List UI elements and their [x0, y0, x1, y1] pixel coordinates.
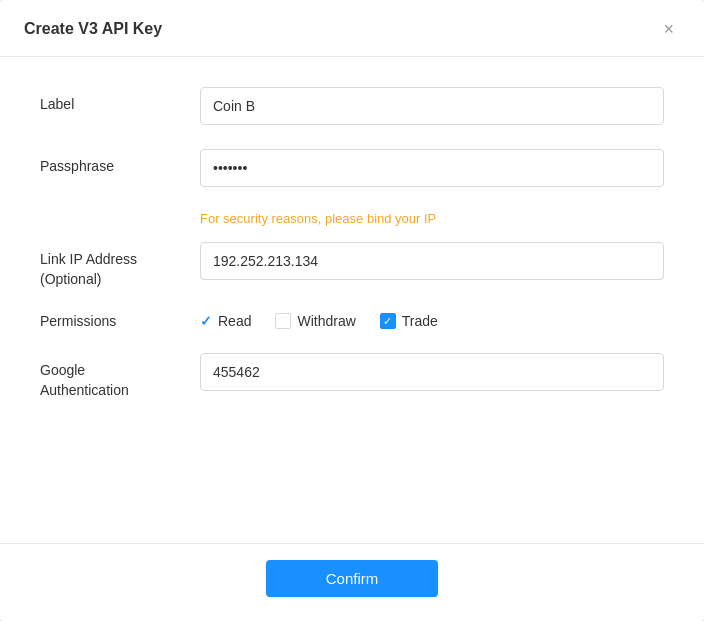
trade-checkbox-icon: ✓ [380, 313, 396, 329]
close-button[interactable]: × [657, 18, 680, 40]
google-auth-row: Google Authentication [40, 353, 664, 400]
passphrase-row: Passphrase [40, 149, 664, 187]
dialog-header: Create V3 API Key × [0, 0, 704, 57]
passphrase-input[interactable] [200, 149, 664, 187]
permission-withdraw[interactable]: Withdraw [275, 313, 355, 329]
permission-read[interactable]: ✓ Read [200, 313, 251, 329]
dialog-title: Create V3 API Key [24, 20, 162, 38]
ip-address-row: Link IP Address (Optional) [40, 242, 664, 289]
label-row: Label [40, 87, 664, 125]
ip-address-label: Link IP Address (Optional) [40, 242, 200, 289]
trade-label: Trade [402, 313, 438, 329]
ip-address-input[interactable] [200, 242, 664, 280]
permissions-row: Permissions ✓ Read Withdraw ✓ Trade [40, 313, 664, 329]
dialog-footer: Confirm [0, 543, 704, 621]
google-auth-input[interactable] [200, 353, 664, 391]
google-auth-label: Google Authentication [40, 353, 200, 400]
create-api-key-dialog: Create V3 API Key × Label Passphrase For… [0, 0, 704, 621]
label-field-label: Label [40, 87, 200, 115]
confirm-button[interactable]: Confirm [266, 560, 439, 597]
label-input[interactable] [200, 87, 664, 125]
security-notice: For security reasons, please bind your I… [200, 211, 664, 226]
permissions-options: ✓ Read Withdraw ✓ Trade [200, 313, 438, 329]
passphrase-field-label: Passphrase [40, 149, 200, 177]
permission-trade[interactable]: ✓ Trade [380, 313, 438, 329]
permissions-label: Permissions [40, 313, 200, 329]
withdraw-checkbox-icon [275, 313, 291, 329]
read-checkmark-icon: ✓ [200, 313, 212, 329]
dialog-body: Label Passphrase For security reasons, p… [0, 57, 704, 543]
withdraw-label: Withdraw [297, 313, 355, 329]
read-label: Read [218, 313, 251, 329]
